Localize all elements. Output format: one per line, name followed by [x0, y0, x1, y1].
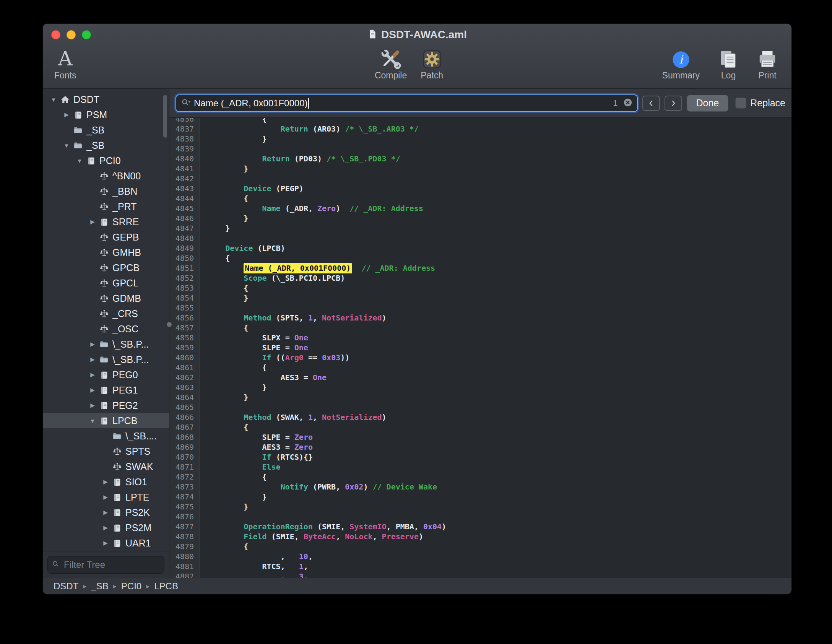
sidebar-scrollbar[interactable]	[163, 95, 167, 138]
line-text	[199, 144, 207, 154]
search-input[interactable]: Name (_ADR, 0x001F0000) 1	[176, 94, 638, 112]
line-number: 4870	[169, 452, 199, 462]
search-highlight: Name (_ADR, 0x001F0000)	[244, 263, 352, 273]
tree-item-label: GPCB	[112, 262, 140, 273]
search-icon[interactable]	[181, 98, 191, 109]
log-button[interactable]: Log	[718, 46, 739, 81]
search-next-button[interactable]	[665, 96, 682, 111]
disclosure-triangle-icon[interactable]: ▶	[87, 402, 98, 409]
tree-item-ps2m[interactable]: ▶PS2M	[43, 520, 169, 535]
tree-item-sb[interactable]: \_SB....	[43, 428, 169, 444]
tree-item-sb[interactable]: _SB	[43, 122, 169, 138]
line-number: 4857	[169, 323, 199, 333]
line-number: 4854	[169, 293, 199, 303]
tree-item-sio1[interactable]: ▶SIO1	[43, 474, 169, 490]
tree-item-label: DSDT	[73, 94, 99, 105]
line-text: SLPE = Zero	[199, 432, 313, 442]
tree-item-label: SIO1	[125, 476, 147, 488]
tree-item-gpcl[interactable]: GPCL	[43, 275, 169, 291]
tree-item-peg1[interactable]: ▶PEG1	[43, 382, 169, 398]
fonts-button[interactable]: A Fonts	[54, 46, 76, 81]
disclosure-triangle-icon[interactable]: ▼	[87, 418, 98, 424]
folder-icon	[72, 125, 84, 135]
sidebar-tree[interactable]: ▼DSDT▶PSM_SB▼_SB▼PCI0^BN00_BBN_PRT▶SRREG…	[43, 92, 169, 551]
line-text: Return (AR03) /* \_SB_.AR03 */	[199, 124, 419, 134]
tree-item-srre[interactable]: ▶SRRE	[43, 214, 169, 229]
tree-item-lpcb[interactable]: ▼LPCB	[43, 413, 169, 428]
disclosure-triangle-icon[interactable]: ▶	[87, 387, 98, 394]
tree-item-spts[interactable]: SPTS	[43, 444, 169, 459]
document-proxy-icon[interactable]	[367, 29, 377, 41]
tree-item-sb[interactable]: ▼_SB	[43, 138, 169, 153]
disclosure-triangle-icon[interactable]: ▼	[74, 158, 85, 164]
filter-tree-input[interactable]	[63, 559, 160, 571]
breadcrumb-item[interactable]: LPCB	[154, 581, 178, 592]
disclosure-triangle-icon[interactable]: ▶	[100, 540, 111, 546]
tree-item-osc[interactable]: _OSC	[43, 321, 169, 337]
filter-tree-field[interactable]	[47, 556, 164, 574]
line-number: 4877	[169, 522, 199, 532]
tree-item-prt[interactable]: _PRT	[43, 199, 169, 214]
split-handle[interactable]	[167, 322, 172, 327]
disclosure-triangle-icon[interactable]: ▶	[87, 341, 98, 348]
code-line: 4841 }	[169, 164, 791, 174]
scale-icon	[98, 202, 110, 211]
tree-item-sbp[interactable]: ▶\_SB.P...	[43, 337, 169, 352]
tree-item-bbn[interactable]: _BBN	[43, 184, 169, 199]
line-text: }	[199, 392, 248, 402]
tree-item-swak[interactable]: SWAK	[43, 459, 169, 474]
code-line: 4842	[169, 174, 791, 184]
clear-search-button[interactable]	[623, 98, 632, 109]
tree-item-peg2[interactable]: ▶PEG2	[43, 398, 169, 413]
line-number: 4878	[169, 532, 199, 542]
tree-item-lpte[interactable]: ▶LPTE	[43, 490, 169, 505]
disclosure-triangle-icon[interactable]: ▶	[100, 494, 111, 501]
tree-item-crs[interactable]: _CRS	[43, 306, 169, 321]
tree-item-gepb[interactable]: GEPB	[43, 229, 169, 245]
line-number: 4867	[169, 422, 199, 432]
line-number: 4863	[169, 382, 199, 392]
disclosure-triangle-icon[interactable]: ▶	[100, 478, 111, 485]
tree-item-sbp[interactable]: ▶\_SB.P...	[43, 352, 169, 367]
window-title: DSDT-AWAC.aml	[381, 29, 467, 41]
find-bar: Name (_ADR, 0x001F0000) 1 Done Replace	[169, 89, 791, 118]
tree-item-dsdt[interactable]: ▼DSDT	[43, 92, 169, 107]
disclosure-triangle-icon[interactable]: ▶	[100, 509, 111, 516]
compile-button[interactable]: Compile	[375, 46, 407, 81]
disclosure-triangle-icon[interactable]: ▶	[87, 218, 98, 225]
patch-button[interactable]: Patch	[421, 46, 443, 81]
tree-item-peg0[interactable]: ▶PEG0	[43, 367, 169, 382]
summary-button[interactable]: i Summary	[662, 46, 700, 81]
tree-item-uar1[interactable]: ▶UAR1	[43, 535, 169, 551]
tree-item-psm[interactable]: ▶PSM	[43, 107, 169, 122]
replace-checkbox[interactable]	[735, 98, 746, 109]
breadcrumb-item[interactable]: PCI0	[121, 581, 141, 592]
disclosure-triangle-icon[interactable]: ▶	[87, 356, 98, 363]
line-text: }	[199, 502, 248, 512]
disclosure-triangle-icon[interactable]: ▶	[100, 524, 111, 531]
tree-item-gdmb[interactable]: GDMB	[43, 291, 169, 306]
code-editor[interactable]: 4836 {4837 Return (AR03) /* \_SB_.AR03 *…	[169, 118, 791, 578]
line-text: Name (_ADR, Zero) // _ADR: Address	[199, 203, 423, 213]
disclosure-triangle-icon[interactable]: ▼	[61, 142, 72, 149]
tree-item-ps2k[interactable]: ▶PS2K	[43, 505, 169, 520]
tree-item-label: GEPB	[112, 232, 139, 243]
breadcrumb-item[interactable]: DSDT	[54, 581, 78, 592]
line-number: 4850	[169, 253, 199, 263]
printer-icon	[757, 46, 778, 70]
disclosure-triangle-icon[interactable]: ▼	[48, 96, 59, 103]
disclosure-triangle-icon[interactable]: ▶	[87, 371, 98, 378]
done-button[interactable]: Done	[687, 95, 729, 112]
patch-label: Patch	[421, 70, 443, 81]
scale-icon	[98, 278, 110, 288]
search-previous-button[interactable]	[642, 96, 660, 111]
code-line: 4844 {	[169, 194, 791, 203]
tree-item-gmhb[interactable]: GMHB	[43, 245, 169, 260]
tree-item-bn00[interactable]: ^BN00	[43, 168, 169, 184]
print-button[interactable]: Print	[757, 46, 778, 81]
breadcrumb-item[interactable]: _SB	[91, 581, 108, 592]
disclosure-triangle-icon[interactable]: ▶	[61, 111, 72, 118]
tree-item-gpcb[interactable]: GPCB	[43, 260, 169, 275]
tree-item-pci0[interactable]: ▼PCI0	[43, 153, 169, 168]
titlebar[interactable]: DSDT-AWAC.aml	[43, 24, 791, 46]
